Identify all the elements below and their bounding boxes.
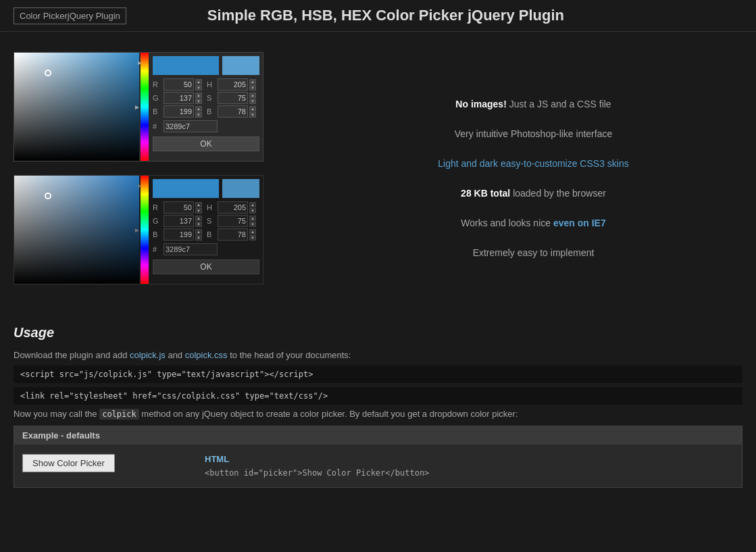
script-tag-block: <script src="js/colpick.js" type="text/j… [14,366,742,383]
spinner-b-dark: ▲ ▼ [195,229,202,241]
input-r-dark[interactable] [163,201,194,214]
controls-dark: R ▲ ▼ H ▲ ▼ [149,176,263,284]
spin-s-down-light[interactable]: ▼ [249,99,256,104]
colpick-css-link[interactable]: colpick.css [185,350,228,360]
hue-strip-dark-bar: ► [141,176,149,284]
input-h-light[interactable] [218,78,248,91]
label-s-dark: S [207,217,216,225]
ok-btn-light[interactable]: OK [153,136,259,151]
usage-title: Usage [14,325,742,341]
picker-arrow-light: ► [134,103,139,111]
main-title: Simple RGB, HSB, HEX Color Picker jQuery… [207,7,564,24]
field-b-dark: B ▲ ▼ [153,228,205,241]
script-tag-text: <script src="js/colpick.js" type="text/j… [20,370,313,379]
label-b-light: B [153,107,162,116]
feature-6-text: Extremely easy to implement [473,247,595,258]
spinner-s-dark: ▲ ▼ [249,216,256,227]
input-h-dark[interactable] [218,201,248,214]
spin-g-down-dark[interactable]: ▼ [195,222,202,227]
label-h-dark: H [207,203,216,211]
picker-light: ► ► R [14,52,263,161]
picker-cursor-light [45,70,51,76]
input-b-light[interactable] [163,105,194,118]
spin-h-down-light[interactable]: ▼ [249,85,256,91]
feature-2: Very intuitive Photoshop-like interface [324,128,742,139]
fields-grid-dark: R ▲ ▼ H ▲ ▼ [153,201,259,241]
spin-g-up-dark[interactable]: ▲ [195,216,202,221]
hex-label-light: # [153,122,162,130]
input-b2-light[interactable] [218,105,248,118]
spin-h-up-light[interactable]: ▲ [249,79,256,84]
preview-new-dark [153,179,219,198]
spin-r-up-light[interactable]: ▲ [195,79,202,84]
spin-b-up-light[interactable]: ▲ [195,106,202,111]
input-b-dark[interactable] [163,228,194,241]
label-b-dark: B [153,230,162,239]
spin-r-down-light[interactable]: ▼ [195,85,202,91]
hex-input-light[interactable] [163,120,218,132]
input-s-light[interactable] [218,92,248,104]
spin-b-down-light[interactable]: ▼ [195,112,202,118]
input-r-light[interactable] [163,78,194,91]
label-b2-light: B [207,107,216,116]
spin-h-down-dark[interactable]: ▼ [249,208,256,214]
colpick-js-link[interactable]: colpick.js [130,350,166,360]
spinner-r-dark: ▲ ▼ [195,202,202,214]
header: Color PickerjQuery Plugin Simple RGB, HS… [0,0,756,32]
spin-s-up-light[interactable]: ▲ [249,93,256,98]
gradient-dark[interactable]: ► [14,176,139,284]
spin-b2-down-dark[interactable]: ▼ [249,235,256,241]
ok-btn-dark[interactable]: OK [153,259,259,274]
feature-1-highlight: No images! [455,99,506,109]
input-s-dark[interactable] [218,215,248,227]
method-text-before: Now you may call the [14,409,99,419]
spinner-g-light: ▲ ▼ [195,93,202,104]
spin-r-down-dark[interactable]: ▼ [195,208,202,214]
hue-strip-dark[interactable]: ► [139,176,149,284]
logo-link[interactable]: Color PickerjQuery Plugin [14,7,126,24]
spin-b-up-dark[interactable]: ▲ [195,229,202,234]
example-box: Example - defaults Show Color Picker HTM… [14,426,742,488]
label-r-light: R [153,80,162,89]
label-b2-dark: B [207,230,216,239]
spinner-b2-light: ▲ ▼ [249,106,256,118]
usage-and: and [168,350,184,360]
field-g-dark: G ▲ ▼ [153,215,205,227]
hex-input-dark[interactable] [163,243,218,255]
input-g-dark[interactable] [163,215,194,227]
example-header: Example - defaults [14,426,742,445]
field-g-light: G ▲ ▼ [153,92,205,104]
feature-1-text: Just a JS and a CSS file [509,99,611,109]
feature-4-highlight: 28 KB total [461,188,510,199]
feature-5: Works and looks nice even on IE7 [324,218,742,228]
spin-g-down-light[interactable]: ▼ [195,99,202,104]
method-text: Now you may call the colpick method on a… [14,409,742,419]
hex-label-dark: # [153,245,162,253]
hex-row-light: # [153,120,259,132]
spin-b2-up-dark[interactable]: ▲ [249,229,256,234]
spin-h-up-dark[interactable]: ▲ [249,202,256,207]
html-label: HTML [205,454,734,464]
pickers-area: ► ► R [14,52,284,298]
input-b2-dark[interactable] [218,228,248,241]
spin-s-up-dark[interactable]: ▲ [249,216,256,221]
spinner-h-dark: ▲ ▼ [249,202,256,214]
spin-b2-down-light[interactable]: ▼ [249,112,256,118]
spin-s-down-dark[interactable]: ▼ [249,222,256,227]
field-b2-light: B ▲ ▼ [207,105,259,118]
spin-g-up-light[interactable]: ▲ [195,93,202,98]
spin-b2-up-light[interactable]: ▲ [249,106,256,111]
spinner-b2-dark: ▲ ▼ [249,229,256,241]
preview-row-dark [153,179,259,198]
input-g-light[interactable] [163,92,194,104]
gradient-light[interactable]: ► [14,53,139,161]
label-g-light: G [153,94,162,102]
label-s-light: S [207,94,216,102]
link-tag-block: <link rel="stylesheet" href="css/colpick… [14,387,742,405]
show-color-picker-button[interactable]: Show Color Picker [22,454,115,472]
preview-new-light [153,56,219,75]
spin-b-down-dark[interactable]: ▼ [195,235,202,241]
label-h-light: H [207,80,216,89]
hue-strip-light[interactable]: ► [139,53,149,161]
spin-r-up-dark[interactable]: ▲ [195,202,202,207]
